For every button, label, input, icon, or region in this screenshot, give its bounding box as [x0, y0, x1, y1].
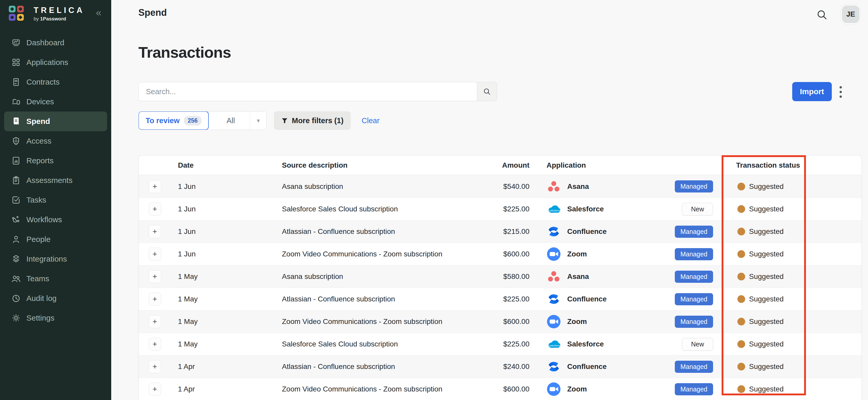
global-search-icon[interactable]: [816, 9, 828, 21]
filter-all-button[interactable]: All: [209, 112, 250, 130]
sidebar-item-label: Applications: [26, 58, 68, 67]
clear-filters-link[interactable]: Clear: [362, 117, 379, 125]
application-state-badge: New: [682, 203, 713, 216]
spend-icon: [11, 117, 21, 126]
plus-icon: +: [153, 182, 157, 191]
plus-icon: +: [153, 227, 157, 236]
transaction-description: Zoom Video Communications - Zoom subscri…: [271, 385, 450, 393]
application-state-badge: Managed: [675, 180, 713, 192]
to-review-count-badge: 256: [184, 116, 202, 125]
transaction-status-label: Suggested: [749, 227, 784, 236]
table-row-5[interactable]: + 1 May Asana subscription $580.00 Asana…: [138, 265, 862, 288]
more-options-kebab-icon[interactable]: [835, 85, 846, 99]
sidebar-item-teams[interactable]: Teams: [4, 269, 107, 288]
transaction-amount: $225.00: [450, 205, 529, 213]
expand-row-button[interactable]: +: [149, 293, 161, 306]
table-row-4[interactable]: + 1 Jun Zoom Video Communications - Zoom…: [138, 243, 862, 265]
zoom-icon: [547, 382, 561, 396]
column-header-date: Date: [171, 161, 271, 170]
plus-icon: +: [153, 205, 157, 213]
more-filters-button[interactable]: More filters (1): [274, 111, 351, 130]
sidebar-item-spend[interactable]: Spend: [4, 112, 107, 131]
expand-row-button[interactable]: +: [149, 180, 161, 193]
table-row-8[interactable]: + 1 May Salesforce Sales Cloud subscript…: [138, 333, 862, 355]
transaction-amount: $600.00: [450, 385, 529, 393]
filter-dropdown-caret-icon[interactable]: ▾: [250, 112, 267, 130]
import-button[interactable]: Import: [792, 82, 832, 101]
expand-row-button[interactable]: +: [149, 360, 161, 373]
sidebar-item-reports[interactable]: Reports: [4, 151, 107, 171]
sidebar-item-integrations[interactable]: Integrations: [4, 249, 107, 269]
transaction-status-label: Suggested: [749, 340, 784, 348]
search-row: [138, 82, 497, 101]
sidebar-item-label: Settings: [26, 314, 54, 322]
table-row-10[interactable]: + 1 Apr Zoom Video Communications - Zoom…: [138, 378, 862, 400]
table-row-6[interactable]: + 1 May Atlassian - Confluence subscript…: [138, 288, 862, 310]
logo-title: TRELICA: [34, 6, 85, 15]
transaction-date: 1 Jun: [171, 250, 271, 258]
table-row-3[interactable]: + 1 Jun Atlassian - Confluence subscript…: [138, 220, 862, 243]
user-avatar[interactable]: JE: [841, 5, 860, 24]
expand-row-button[interactable]: +: [149, 225, 161, 238]
contracts-icon: [11, 78, 21, 87]
sidebar-item-access[interactable]: Access: [4, 131, 107, 151]
expand-row-button[interactable]: +: [149, 315, 161, 328]
expand-row-button[interactable]: +: [149, 338, 161, 350]
logo-tile-red: [17, 6, 24, 12]
application-name: Zoom: [567, 385, 587, 393]
application-name: Confluence: [567, 295, 607, 303]
filter-to-review-button[interactable]: To review 256: [138, 111, 209, 130]
table-row-1[interactable]: + 1 Jun Asana subscription $540.00 Asana…: [138, 175, 862, 198]
expand-row-button[interactable]: +: [149, 383, 161, 396]
transactions-table: Date Source description Amount Applicati…: [138, 155, 862, 400]
transaction-status-label: Suggested: [749, 317, 784, 326]
sidebar-item-people[interactable]: People: [4, 229, 107, 249]
sidebar: TRELICA by 1Password « DashboardApplicat…: [0, 0, 111, 400]
sidebar-item-workflows[interactable]: Workflows: [4, 210, 107, 229]
sidebar-item-contracts[interactable]: Contracts: [4, 72, 107, 92]
transaction-description: Atlassian - Confluence subscription: [271, 295, 450, 303]
search-input[interactable]: [138, 82, 477, 101]
expand-row-button[interactable]: +: [149, 203, 161, 216]
devices-icon: [11, 97, 21, 106]
search-button[interactable]: [477, 82, 497, 101]
expand-row-button[interactable]: +: [149, 248, 161, 260]
status-dot-icon: [737, 318, 745, 326]
transaction-status-label: Suggested: [749, 385, 784, 393]
zoom-icon: [547, 314, 561, 329]
transaction-status-label: Suggested: [749, 363, 784, 371]
sidebar-item-tasks[interactable]: Tasks: [4, 190, 107, 210]
transaction-status-label: Suggested: [749, 272, 784, 281]
transaction-date: 1 Jun: [171, 182, 271, 191]
sidebar-item-dashboard[interactable]: Dashboard: [4, 33, 107, 53]
table-row-2[interactable]: + 1 Jun Salesforce Sales Cloud subscript…: [138, 198, 862, 220]
sidebar-item-settings[interactable]: Settings: [4, 308, 107, 328]
table-row-9[interactable]: + 1 Apr Atlassian - Confluence subscript…: [138, 355, 862, 378]
sidebar-collapse-icon[interactable]: «: [96, 8, 101, 18]
search-icon: [483, 87, 491, 96]
sidebar-item-applications[interactable]: Applications: [4, 53, 107, 72]
transaction-status-label: Suggested: [749, 250, 784, 258]
transaction-amount: $225.00: [450, 340, 529, 348]
logo-tile-purple: [9, 14, 16, 21]
filter-row: To review 256 All ▾ More filters (1) Cle…: [138, 111, 379, 130]
salesforce-icon: salesforce: [547, 202, 561, 216]
sidebar-item-audit-log[interactable]: Audit log: [4, 288, 107, 308]
table-row-7[interactable]: + 1 May Zoom Video Communications - Zoom…: [138, 310, 862, 333]
transaction-amount: $600.00: [450, 317, 529, 326]
sidebar-item-assessments[interactable]: Assessments: [4, 171, 107, 190]
dashboard-icon: [11, 38, 21, 48]
sidebar-item-devices[interactable]: Devices: [4, 92, 107, 112]
trelica-logo-icon: [9, 6, 24, 21]
filter-segmented-control: To review 256 All ▾: [138, 111, 267, 130]
column-header-application: Application: [529, 161, 724, 170]
status-dot-icon: [737, 363, 745, 370]
expand-row-button[interactable]: +: [149, 270, 161, 283]
transaction-date: 1 May: [171, 295, 271, 303]
column-header-amount: Amount: [450, 161, 529, 170]
transaction-date: 1 Apr: [171, 385, 271, 393]
application-state-badge: New: [682, 338, 713, 350]
sidebar-item-label: Contracts: [26, 78, 60, 86]
table-body: + 1 Jun Asana subscription $540.00 Asana…: [138, 175, 862, 400]
main-content: Spend JE Transactions Import To review 2…: [111, 0, 868, 400]
